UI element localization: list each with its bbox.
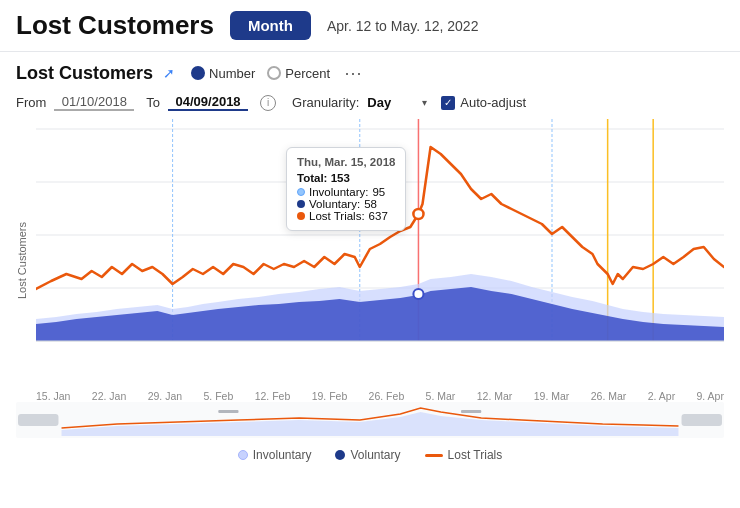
main-chart-svg: 600 400 200 0 [36,119,724,384]
to-label: To [146,95,160,110]
radio-number[interactable]: Number [191,66,255,81]
radio-empty-icon [267,66,281,80]
page-title: Lost Customers [16,10,214,41]
month-button[interactable]: Month [230,11,311,40]
svg-rect-22 [461,410,481,413]
radio-filled-icon [191,66,205,80]
legend-voluntary: Voluntary [335,448,400,462]
page-header: Lost Customers Month Apr. 12 to May. 12,… [0,0,740,52]
svg-rect-19 [18,414,58,426]
autoadjust-label: Auto-adjust [460,95,526,110]
legend-lost-trials: Lost Trials [425,448,503,462]
main-chart-container: Lost Customers 600 400 200 0 [0,119,740,402]
x-axis-labels: 15. Jan 22. Jan 29. Jan 5. Feb 12. Feb 1… [36,388,724,402]
radio-percent[interactable]: Percent [267,66,330,81]
from-date-input[interactable] [54,94,134,111]
section-header: Lost Customers ➚ Number Percent ⋯ [0,52,740,90]
legend-involuntary-icon [238,450,248,460]
autoadjust-wrapper: Auto-adjust [441,95,526,110]
mini-chart-wrapper [0,402,740,442]
legend-lost-trials-icon [425,454,443,457]
svg-rect-20 [682,414,722,426]
date-range-text: Apr. 12 to May. 12, 2022 [327,18,479,34]
info-icon[interactable]: i [260,95,276,111]
more-options-icon[interactable]: ⋯ [344,62,362,84]
granularity-label: Granularity: [292,95,359,110]
granularity-select-wrapper: Day Week Month ▾ [367,95,427,110]
svg-point-16 [413,289,423,299]
mini-chart-svg [16,402,724,438]
controls-row: From To i Granularity: Day Week Month ▾ … [0,90,740,119]
svg-point-15 [413,209,423,219]
chart-legend: Involuntary Voluntary Lost Trials [0,442,740,466]
from-label: From [16,95,46,110]
granularity-select[interactable]: Day Week Month [367,95,420,110]
radio-group: Number Percent [191,66,330,81]
legend-involuntary: Involuntary [238,448,312,462]
svg-rect-21 [218,410,238,413]
section-title: Lost Customers [16,63,153,84]
to-date-input[interactable] [168,94,248,111]
autoadjust-checkbox[interactable] [441,96,455,110]
legend-voluntary-icon [335,450,345,460]
external-link-icon[interactable]: ➚ [163,65,175,81]
y-axis-label: Lost Customers [16,119,36,402]
chevron-down-icon: ▾ [422,97,427,108]
